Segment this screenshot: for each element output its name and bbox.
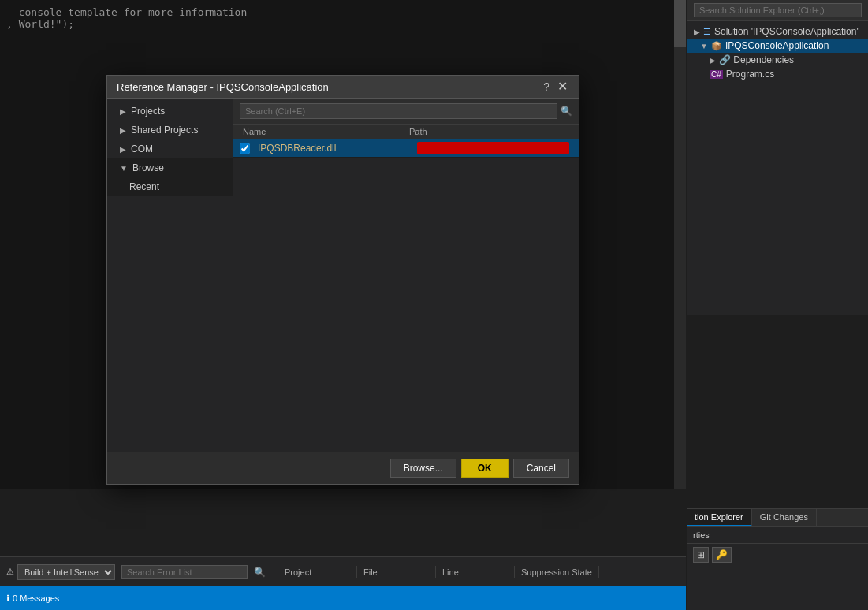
reference-table: Name Path IPQSDBReader.dll	[233, 125, 579, 452]
error-bar-columns: Project File Line Suppression State	[278, 566, 599, 578]
error-col-file: File	[357, 566, 436, 578]
error-icon: ⚠	[6, 567, 14, 577]
messages-count: 0 Messages	[13, 593, 59, 603]
properties-filter-button[interactable]: 🔑	[712, 547, 732, 563]
build-config: ⚠ Build + IntelliSense	[6, 564, 115, 580]
ref-checkbox-ipqsdb[interactable]	[240, 143, 250, 154]
search-icon: 🔍	[561, 106, 572, 117]
solution-explorer-search[interactable]	[694, 3, 862, 17]
nav-label-com: COM	[131, 143, 153, 154]
se-icon-solution: ☰	[703, 27, 711, 37]
solution-explorer-tabs: tion Explorer Git Changes	[687, 508, 868, 526]
dialog-help-button[interactable]: ?	[543, 80, 549, 93]
se-label-program: Program.cs	[726, 69, 774, 80]
se-tree-dependencies[interactable]: ▶ 🔗 Dependencies	[687, 53, 868, 67]
se-tree-project[interactable]: ▼ 📦 IPQSConsoleApplication	[687, 39, 868, 53]
se-tree-solution[interactable]: ▶ ☰ Solution 'IPQSConsoleApplication'	[687, 24, 868, 39]
properties-panel: rties ⊞ 🔑	[687, 526, 868, 610]
error-col-project: Project	[278, 566, 357, 578]
status-bar: ℹ 0 Messages	[0, 586, 686, 610]
dialog-titlebar: Reference Manager - IPQSConsoleApplicati…	[107, 76, 579, 99]
messages-icon: ℹ	[6, 593, 9, 604]
dialog-nav: ▶ Projects ▶ Shared Projects ▶ COM ▼ Bro…	[107, 99, 233, 452]
nav-item-recent[interactable]: Recent	[107, 177, 233, 196]
dialog-body: ▶ Projects ▶ Shared Projects ▶ COM ▼ Bro…	[107, 99, 579, 452]
ok-button[interactable]: OK	[461, 459, 509, 478]
nav-arrow-browse: ▼	[120, 164, 128, 173]
se-label-project: IPQSConsoleApplication	[725, 40, 829, 51]
se-tree-program[interactable]: C# Program.cs	[687, 67, 868, 81]
se-icon-project: 📦	[711, 41, 722, 51]
nav-item-com[interactable]: ▶ COM	[107, 139, 233, 158]
browse-button[interactable]: Browse...	[390, 459, 456, 478]
error-search-icon: 🔍	[254, 567, 266, 578]
se-cs-icon: C#	[710, 70, 723, 79]
se-arrow-solution: ▶	[694, 28, 700, 36]
reference-manager-dialog: Reference Manager - IPQSConsoleApplicati…	[106, 75, 579, 485]
nav-label-recent: Recent	[129, 181, 159, 192]
col-header-name: Name	[240, 127, 406, 136]
dialog-close-button[interactable]: ✕	[556, 80, 569, 93]
nav-label-browse: Browse	[132, 162, 164, 173]
build-config-select[interactable]: Build + IntelliSense	[17, 564, 115, 580]
nav-label-projects: Projects	[131, 106, 165, 117]
dialog-search-bar: 🔍	[233, 99, 579, 125]
properties-header: rties	[687, 527, 868, 544]
nav-item-shared-projects[interactable]: ▶ Shared Projects	[107, 121, 233, 139]
dialog-content: 🔍 Name Path IPQSDBReader.dll	[233, 99, 579, 452]
solution-explorer-tree: ▶ ☰ Solution 'IPQSConsoleApplication' ▼ …	[687, 21, 868, 84]
solution-explorer-header	[687, 0, 868, 21]
tab-git-changes[interactable]: Git Changes	[752, 509, 817, 526]
ref-row-ipqsdb[interactable]: IPQSDBReader.dll	[233, 139, 579, 158]
se-label-solution: Solution 'IPQSConsoleApplication'	[714, 26, 859, 37]
nav-arrow-com: ▶	[120, 145, 126, 154]
error-bar: ⚠ Build + IntelliSense 🔍 Project File Li…	[0, 556, 686, 586]
status-messages: ℹ 0 Messages	[6, 593, 59, 604]
dialog-footer: Browse... OK Cancel	[107, 452, 579, 484]
nav-item-browse[interactable]: ▼ Browse	[107, 158, 233, 177]
error-col-line: Line	[436, 566, 515, 578]
tab-solution-explorer[interactable]: tion Explorer	[687, 509, 752, 526]
solution-explorer-panel: ▶ ☰ Solution 'IPQSConsoleApplication' ▼ …	[687, 0, 868, 315]
col-header-path: Path	[406, 127, 572, 136]
se-arrow-project: ▼	[700, 42, 708, 50]
nav-arrow-shared: ▶	[120, 126, 126, 135]
se-arrow-deps: ▶	[710, 56, 716, 65]
dialog-titlebar-buttons: ? ✕	[543, 80, 569, 93]
ref-table-header: Name Path	[233, 125, 579, 139]
ref-path-ipqsdb	[417, 142, 570, 154]
nav-arrow-projects: ▶	[120, 107, 126, 116]
nav-item-projects[interactable]: ▶ Projects	[107, 102, 233, 121]
ref-name-ipqsdb: IPQSDBReader.dll	[255, 143, 414, 154]
error-col-suppression: Suppression State	[515, 566, 599, 578]
dialog-search-input[interactable]	[240, 103, 557, 119]
properties-icons: ⊞ 🔑	[687, 544, 868, 566]
nav-label-shared: Shared Projects	[131, 125, 198, 136]
dialog-title: Reference Manager - IPQSConsoleApplicati…	[117, 81, 329, 93]
dialog-overlay: Reference Manager - IPQSConsoleApplicati…	[0, 0, 686, 489]
error-list-search[interactable]	[121, 565, 248, 579]
se-label-deps: 🔗 Dependencies	[719, 54, 794, 65]
properties-sort-button[interactable]: ⊞	[693, 547, 709, 563]
cancel-button[interactable]: Cancel	[513, 459, 569, 478]
